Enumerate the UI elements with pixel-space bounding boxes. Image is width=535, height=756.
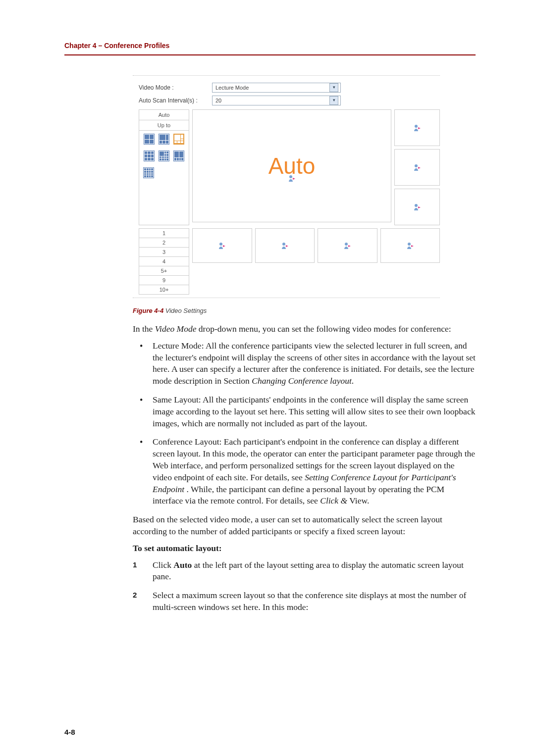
bottom-preview	[318, 228, 377, 263]
person-icon	[413, 124, 421, 132]
svg-point-4	[219, 243, 222, 246]
figure-number: Figure 4-4	[133, 307, 163, 314]
list-item[interactable]: 3	[139, 248, 189, 257]
person-icon	[413, 163, 421, 171]
layout-3x3-icon[interactable]	[144, 151, 155, 161]
video-mode-select[interactable]: Lecture Mode ▾	[212, 83, 341, 93]
list-item[interactable]: 4	[139, 257, 189, 266]
bottom-preview	[255, 228, 315, 263]
layout-2plus8-icon[interactable]	[173, 151, 184, 161]
layout-4x4-icon[interactable]	[143, 167, 154, 178]
list-item[interactable]: 10+	[139, 285, 189, 294]
layout-2x2-icon[interactable]	[144, 134, 155, 145]
svg-point-1	[415, 125, 418, 128]
page-number: 4-8	[64, 728, 75, 736]
side-auto-tab[interactable]: Auto	[139, 110, 189, 120]
video-mode-value: Lecture Mode	[215, 85, 249, 91]
list-item[interactable]: 5+	[139, 266, 189, 276]
based-paragraph: Based on the selected video mode, a user…	[133, 514, 476, 538]
main-preview: Auto	[192, 109, 391, 222]
step-1: 1 Click Auto at the left part of the lay…	[133, 559, 476, 583]
bottom-preview	[380, 228, 440, 263]
side-preview-2	[394, 149, 440, 186]
video-mode-label: Video Mode :	[139, 84, 212, 91]
chapter-header: Chapter 4 – Conference Profiles	[64, 42, 476, 50]
layout-1plus5-icon[interactable]	[159, 134, 169, 145]
side-preview-3	[394, 189, 440, 225]
person-icon	[413, 203, 421, 211]
svg-point-6	[345, 243, 348, 246]
auto-scan-label: Auto Scan Interval(s) :	[139, 97, 212, 104]
bullet-lecture-mode: Lecture Mode: All the conference partici…	[133, 340, 476, 387]
bullet-same-layout: Same Layout: All the participants' endpo…	[133, 394, 476, 429]
side-upto-label: Up to	[139, 120, 189, 131]
auto-scan-value: 20	[215, 98, 221, 103]
person-icon	[218, 242, 226, 250]
layout-number-list: 1 2 3 4 5+ 9 10+	[139, 228, 189, 295]
svg-point-3	[415, 204, 418, 207]
bullet-conference-layout: Conference Layout: Each participant's en…	[133, 436, 476, 507]
chevron-down-icon: ▾	[329, 83, 338, 92]
layout-1plus7-icon[interactable]	[173, 134, 184, 145]
subhead-auto-layout: To set automatic layout:	[133, 543, 476, 554]
figure-caption: Figure 4-4 Video Settings	[133, 307, 476, 314]
header-rule	[64, 54, 476, 55]
svg-point-5	[282, 243, 285, 246]
layout-1plus12-icon[interactable]	[159, 151, 169, 161]
person-icon	[281, 242, 289, 250]
list-item[interactable]: 1	[139, 229, 189, 238]
bottom-preview	[192, 228, 252, 263]
person-icon	[288, 174, 296, 182]
person-icon	[406, 242, 414, 250]
svg-point-7	[408, 243, 411, 246]
intro-paragraph: In the Video Mode drop-down menu, you ca…	[133, 323, 476, 335]
list-item[interactable]: 2	[139, 238, 189, 248]
figure-title: Video Settings	[163, 307, 207, 314]
chevron-down-icon: ▾	[329, 96, 338, 105]
person-icon	[343, 242, 351, 250]
svg-point-0	[289, 175, 292, 178]
side-preview-1	[394, 109, 440, 146]
step-2: 2 Select a maximum screen layout so that…	[133, 590, 476, 613]
layout-side-panel: Auto Up to	[139, 109, 189, 225]
video-settings-figure: Video Mode : Lecture Mode ▾ Auto Scan In…	[133, 75, 440, 298]
list-item[interactable]: 9	[139, 276, 189, 285]
svg-point-2	[415, 164, 418, 167]
auto-scan-select[interactable]: 20 ▾	[212, 96, 341, 105]
